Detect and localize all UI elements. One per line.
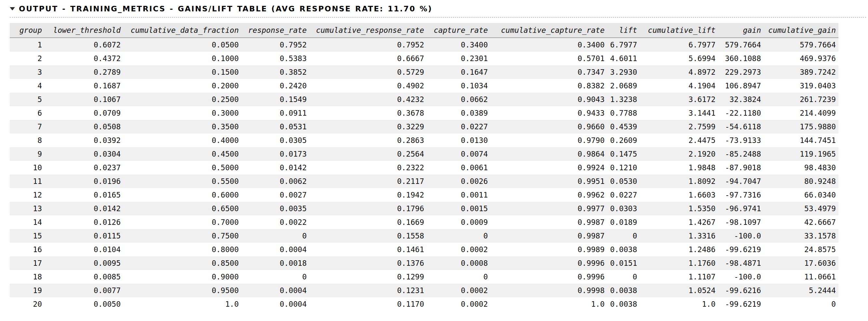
table-row: 120.01650.60000.00270.19420.00110.99620.… <box>10 188 838 202</box>
table-cell: 0 <box>241 229 309 243</box>
table-cell: 1.3238 <box>607 93 640 106</box>
table-cell: -85.2488 <box>718 147 764 161</box>
table-cell: -97.7316 <box>718 188 764 202</box>
table-body: 10.60720.05000.79520.79520.34000.34006.7… <box>10 38 838 311</box>
table-cell: 0.0130 <box>427 134 490 147</box>
table-cell: 0.0015 <box>427 202 490 215</box>
table-cell: 4 <box>10 79 44 93</box>
table-row: 160.01040.80000.00040.14610.00020.99890.… <box>10 243 838 256</box>
table-cell: 0.0002 <box>427 297 490 311</box>
table-cell: 0.9790 <box>490 134 607 147</box>
table-cell: 0.0085 <box>44 270 123 284</box>
table-row: 110.01960.55000.00620.21170.00260.99510.… <box>10 175 838 188</box>
table-cell: 0.9987 <box>490 215 607 229</box>
table-cell: 2.7599 <box>640 120 718 134</box>
table-cell: 214.4099 <box>764 106 838 120</box>
table-cell: -99.6216 <box>718 284 764 297</box>
section-title: OUTPUT - TRAINING_METRICS - GAINS/LIFT T… <box>19 5 432 13</box>
table-cell: 0.2500 <box>123 93 241 106</box>
table-cell: 1.8092 <box>640 175 718 188</box>
table-cell: 17.6036 <box>764 256 838 270</box>
table-cell: 0.9000 <box>123 270 241 284</box>
table-cell: 0 <box>427 270 490 284</box>
table-cell: 0.0508 <box>44 120 123 134</box>
table-row: 10.60720.05000.79520.79520.34000.34006.7… <box>10 38 838 52</box>
table-cell: 0.2609 <box>607 134 640 147</box>
table-cell: 1.0 <box>640 297 718 311</box>
table-cell: 0.0189 <box>607 215 640 229</box>
table-cell: 0.0227 <box>427 120 490 134</box>
table-cell: 0.0237 <box>44 161 123 175</box>
table-cell: 0.0004 <box>241 297 309 311</box>
table-cell: 261.7239 <box>764 93 838 106</box>
table-cell: 0.2420 <box>241 79 309 93</box>
table-row: 70.05080.35000.05310.32290.02270.96600.4… <box>10 120 838 134</box>
table-row: 150.01150.750000.155800.998701.3316-100.… <box>10 229 838 243</box>
table-cell: 0.0530 <box>607 175 640 188</box>
table-cell: 0.5383 <box>241 52 309 65</box>
table-cell: 5 <box>10 93 44 106</box>
table-cell: 0.0389 <box>427 106 490 120</box>
table-cell: 144.7451 <box>764 134 838 147</box>
table-cell: 66.0340 <box>764 188 838 202</box>
table-cell: -96.9741 <box>718 202 764 215</box>
table-cell: 18 <box>10 270 44 284</box>
table-cell: 0.9660 <box>490 120 607 134</box>
table-cell: 0.0038 <box>607 297 640 311</box>
table-cell: 0.8382 <box>490 79 607 93</box>
table-cell: 0.0095 <box>44 256 123 270</box>
column-header-group: group <box>10 23 44 38</box>
column-header-cumulative_capture_rate: cumulative_capture_rate <box>490 23 607 38</box>
output-section-toggle[interactable]: OUTPUT - TRAINING_METRICS - GAINS/LIFT T… <box>10 3 866 18</box>
table-cell: 0.2789 <box>44 65 123 79</box>
table-cell: 0.0500 <box>123 38 241 52</box>
table-cell: 0.0303 <box>607 202 640 215</box>
table-cell: 0.0011 <box>427 188 490 202</box>
table-cell: 0.0142 <box>44 202 123 215</box>
table-cell: -99.6219 <box>718 243 764 256</box>
column-header-capture_rate: capture_rate <box>427 23 490 38</box>
table-cell: 7 <box>10 120 44 134</box>
table-cell: 8 <box>10 134 44 147</box>
table-cell: 0.6667 <box>309 52 427 65</box>
table-cell: 119.1965 <box>764 147 838 161</box>
table-cell: 0.0104 <box>44 243 123 256</box>
table-cell: 42.6667 <box>764 215 838 229</box>
table-cell: 0.4372 <box>44 52 123 65</box>
table-cell: 229.2973 <box>718 65 764 79</box>
table-cell: -54.6118 <box>718 120 764 134</box>
table-cell: 53.4979 <box>764 202 838 215</box>
table-cell: 319.0403 <box>764 79 838 93</box>
table-cell: 0.0531 <box>241 120 309 134</box>
table-cell: 80.9248 <box>764 175 838 188</box>
column-header-gain: gain <box>718 23 764 38</box>
table-cell: 0.0196 <box>44 175 123 188</box>
table-cell: 3.1441 <box>640 106 718 120</box>
table-cell: 1.3316 <box>640 229 718 243</box>
column-header-cumulative_data_fraction: cumulative_data_fraction <box>123 23 241 38</box>
table-cell: 0.4232 <box>309 93 427 106</box>
table-cell: 0.0035 <box>241 202 309 215</box>
table-cell: 11 <box>10 175 44 188</box>
table-cell: 0.2301 <box>427 52 490 65</box>
table-cell: 0.0077 <box>44 284 123 297</box>
table-cell: 106.8947 <box>718 79 764 93</box>
table-cell: 0.0126 <box>44 215 123 229</box>
table-cell: 0.3400 <box>490 38 607 52</box>
table-cell: 0.8500 <box>123 256 241 270</box>
table-cell: 0.4902 <box>309 79 427 93</box>
table-row: 170.00950.85000.00180.13760.00080.99960.… <box>10 256 838 270</box>
table-cell: 1.2486 <box>640 243 718 256</box>
table-cell: 10 <box>10 161 44 175</box>
column-header-cumulative_lift: cumulative_lift <box>640 23 718 38</box>
table-cell: 0.9977 <box>490 202 607 215</box>
column-header-response_rate: response_rate <box>241 23 309 38</box>
table-cell: 0.0304 <box>44 147 123 161</box>
table-cell: 0.0009 <box>427 215 490 229</box>
table-row: 130.01420.65000.00350.17960.00150.99770.… <box>10 202 838 215</box>
table-cell: -100.0 <box>718 229 764 243</box>
table-cell: 1.0 <box>490 297 607 311</box>
table-cell: -98.4871 <box>718 256 764 270</box>
table-cell: 0.0911 <box>241 106 309 120</box>
table-cell: 0.1461 <box>309 243 427 256</box>
